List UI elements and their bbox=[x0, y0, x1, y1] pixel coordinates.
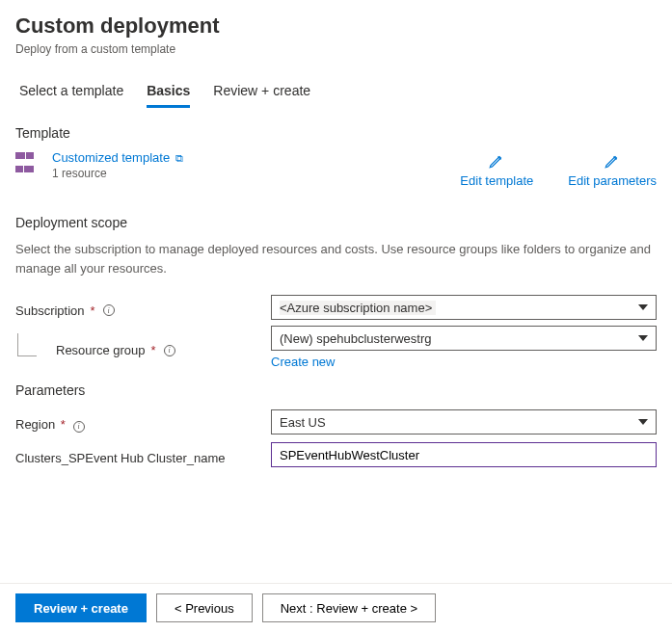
info-icon[interactable]: i bbox=[73, 421, 85, 433]
required-asterisk: * bbox=[91, 303, 95, 318]
pencil-icon bbox=[604, 152, 621, 170]
subscription-label-text: Subscription bbox=[15, 303, 85, 318]
next-button[interactable]: Next : Review + create > bbox=[262, 593, 436, 622]
review-create-button[interactable]: Review + create bbox=[15, 593, 147, 622]
template-heading: Template bbox=[15, 125, 657, 141]
info-icon[interactable]: i bbox=[164, 345, 175, 356]
tab-review-create[interactable]: Review + create bbox=[213, 77, 310, 108]
region-dropdown[interactable]: East US bbox=[271, 409, 657, 434]
previous-button[interactable]: < Previous bbox=[156, 593, 253, 622]
template-link-text: Customized template bbox=[52, 150, 170, 165]
subscription-label: Subscription * i bbox=[15, 298, 271, 318]
template-resource-count: 1 resource bbox=[52, 167, 183, 180]
scope-heading: Deployment scope bbox=[15, 215, 657, 230]
resource-group-label: Resource group * i bbox=[56, 343, 175, 357]
region-value: East US bbox=[280, 415, 326, 430]
tab-basics[interactable]: Basics bbox=[147, 77, 190, 108]
chevron-down-icon bbox=[638, 335, 648, 341]
cluster-name-input[interactable] bbox=[271, 442, 657, 467]
external-link-icon: ⧉ bbox=[175, 152, 183, 164]
info-icon[interactable]: i bbox=[103, 304, 115, 316]
resource-group-label-text: Resource group bbox=[56, 343, 146, 357]
template-icon bbox=[15, 152, 40, 177]
tab-select-template[interactable]: Select a template bbox=[19, 77, 123, 108]
subscription-dropdown[interactable]: <Azure subscription name> bbox=[271, 295, 657, 320]
resource-group-dropdown[interactable]: (New) spehubclusterwestrg bbox=[271, 326, 657, 351]
page-subtitle: Deploy from a custom template bbox=[15, 42, 657, 56]
edit-parameters-label: Edit parameters bbox=[568, 173, 657, 188]
resource-group-value: (New) spehubclusterwestrg bbox=[280, 331, 432, 346]
create-new-link[interactable]: Create new bbox=[271, 355, 657, 369]
edit-template-button[interactable]: Edit template bbox=[460, 152, 533, 188]
chevron-down-icon bbox=[638, 419, 648, 425]
page-title: Custom deployment bbox=[15, 13, 657, 39]
scope-description: Select the subscription to manage deploy… bbox=[15, 240, 657, 277]
required-asterisk: * bbox=[151, 343, 156, 357]
subscription-value: <Azure subscription name> bbox=[280, 301, 436, 315]
region-label: Region * i bbox=[15, 411, 271, 433]
required-asterisk: * bbox=[61, 417, 66, 432]
edit-template-label: Edit template bbox=[460, 173, 533, 188]
region-label-text: Region bbox=[15, 417, 55, 432]
parameters-heading: Parameters bbox=[15, 382, 657, 398]
customized-template-link[interactable]: Customized template ⧉ bbox=[52, 150, 183, 165]
cluster-name-label: Clusters_SPEvent Hub Cluster_name bbox=[15, 445, 271, 465]
tabs-bar: Select a template Basics Review + create bbox=[15, 77, 657, 108]
template-info: Customized template ⧉ 1 resource bbox=[15, 150, 183, 180]
chevron-down-icon bbox=[638, 304, 648, 310]
footer-bar: Review + create < Previous Next : Review… bbox=[0, 583, 672, 632]
edit-parameters-button[interactable]: Edit parameters bbox=[568, 152, 657, 188]
pencil-icon bbox=[488, 152, 505, 170]
indent-line bbox=[17, 333, 37, 356]
